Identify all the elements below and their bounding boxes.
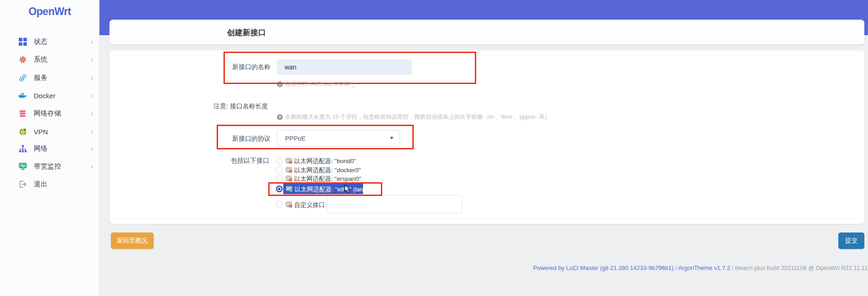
sidebar-item-vpn[interactable]: VPN › bbox=[0, 123, 99, 140]
annotation-box-protocol-field bbox=[217, 125, 414, 149]
sidebar-item-label: 系统 bbox=[34, 55, 47, 64]
footer-build-text: / bleach plus build 20211108 @ OpenWrt R… bbox=[730, 264, 868, 271]
annotation-box-name-field bbox=[223, 52, 476, 84]
back-to-overview-button[interactable]: 返回至概况 bbox=[111, 233, 154, 249]
sidebar-item-label: 网络 bbox=[34, 144, 47, 153]
chevron-right-icon: › bbox=[90, 74, 93, 82]
sidebar-item-system[interactable]: 系统 › bbox=[0, 51, 99, 68]
sidebar-item-label: 带宽监控 bbox=[34, 162, 61, 171]
page-title: 创建新接口 bbox=[227, 27, 266, 38]
status-grid-icon bbox=[18, 37, 27, 46]
network-sitemap-icon bbox=[18, 144, 27, 153]
submit-button[interactable]: 提交 bbox=[838, 233, 864, 249]
sidebar-item-bandwidth[interactable]: 带宽监控 › bbox=[0, 158, 99, 175]
name-length-hint: ? 名称的最大长度为 15 个字符，包含根据协议类型，网桥自动添加上的名字前缀（… bbox=[277, 113, 550, 121]
chevron-right-icon: › bbox=[90, 109, 93, 117]
openwrt-luci-screen: OpenWrt 状态 › 系统 › 服务 › Dock bbox=[0, 0, 868, 296]
sidebar: OpenWrt 状态 › 系统 › 服务 › Dock bbox=[0, 0, 99, 296]
sidebar-item-label: Docker bbox=[34, 92, 56, 100]
radio-unchecked-icon[interactable] bbox=[276, 201, 283, 208]
device-label: 自定义接口: bbox=[294, 201, 327, 209]
card-bottom-divider bbox=[110, 218, 864, 219]
sidebar-item-label: 服务 bbox=[34, 74, 47, 82]
radio-unchecked-icon[interactable] bbox=[276, 157, 283, 164]
chevron-right-icon: › bbox=[90, 144, 93, 153]
chevron-right-icon: › bbox=[90, 37, 93, 46]
sidebar-item-label: 状态 bbox=[34, 37, 47, 46]
sidebar-item-storage[interactable]: 网络存储 › bbox=[0, 105, 99, 122]
bandwidth-monitor-icon bbox=[18, 162, 27, 171]
chevron-right-icon: › bbox=[90, 127, 93, 136]
custom-interface-input[interactable] bbox=[327, 195, 462, 213]
sidebar-item-label: 退出 bbox=[34, 180, 47, 189]
sidebar-item-label: VPN bbox=[34, 128, 48, 136]
footer-separator: / bbox=[674, 264, 678, 271]
luci-link[interactable]: Powered by LuCI Master (git-21.280.14233… bbox=[533, 264, 674, 271]
ethernet-adapter-icon bbox=[286, 158, 292, 166]
docker-whale-icon bbox=[18, 91, 27, 100]
include-interfaces-label: 包括以下接口 bbox=[171, 157, 269, 165]
sidebar-item-status[interactable]: 状态 › bbox=[0, 33, 99, 50]
chevron-right-icon: › bbox=[90, 162, 93, 170]
sidebar-item-docker[interactable]: Docker › bbox=[0, 87, 99, 104]
vpn-globe-icon bbox=[18, 127, 27, 136]
radio-unchecked-icon[interactable] bbox=[276, 166, 283, 173]
sidebar-item-logout[interactable]: 退出 bbox=[0, 175, 99, 193]
sidebar-item-services[interactable]: 服务 › bbox=[0, 69, 99, 86]
ethernet-adapter-icon bbox=[286, 201, 292, 210]
logout-icon bbox=[18, 180, 27, 189]
page-title-card: 创建新接口 bbox=[109, 20, 864, 44]
ethernet-adapter-icon bbox=[286, 167, 292, 175]
mouse-cursor bbox=[344, 185, 350, 195]
chevron-right-icon: › bbox=[90, 55, 93, 63]
note-hint-text: 名称的最大长度为 15 个字符，包含根据协议类型，网桥自动添加上的名字前缀（br… bbox=[285, 113, 550, 121]
radio-unchecked-icon[interactable] bbox=[276, 175, 283, 182]
system-gear-icon bbox=[18, 55, 27, 64]
storage-database-icon bbox=[18, 109, 27, 118]
annotation-box-eth0-option bbox=[268, 182, 382, 196]
services-gears-icon bbox=[18, 74, 27, 82]
sidebar-item-network[interactable]: 网络 › bbox=[0, 140, 99, 157]
device-label: 以太网适配器: "bond0" bbox=[294, 157, 356, 165]
footer-credits: Powered by LuCI Master (git-21.280.14233… bbox=[533, 264, 868, 271]
device-label: 以太网适配器: "docker0" bbox=[294, 166, 361, 174]
question-circle-icon: ? bbox=[277, 114, 283, 120]
openwrt-logo: OpenWrt bbox=[0, 5, 99, 18]
chevron-right-icon: › bbox=[90, 91, 93, 100]
argon-theme-link[interactable]: ArgonTheme v1.7.2 bbox=[678, 264, 730, 271]
sidebar-item-label: 网络存储 bbox=[34, 109, 61, 118]
name-length-note-label: 注意: 接口名称长度 bbox=[213, 102, 268, 111]
